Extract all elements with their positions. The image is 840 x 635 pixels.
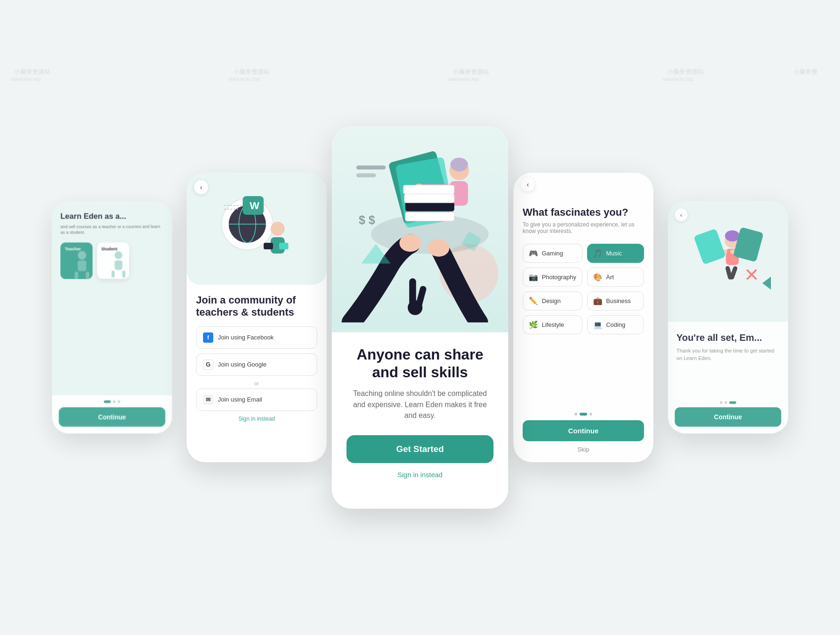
- screen1-dots: [59, 401, 165, 403]
- svg-rect-1: [77, 261, 86, 271]
- skip-link[interactable]: Skip: [523, 446, 644, 453]
- google-join-button[interactable]: G Join using Google: [196, 353, 317, 376]
- svg-point-14: [271, 222, 285, 236]
- svg-point-35: [399, 234, 421, 252]
- dot-1: [720, 401, 723, 404]
- facebook-icon: f: [203, 332, 213, 343]
- art-icon: 🎨: [593, 273, 602, 282]
- screen4-content: What fascinates you? To give you a perso…: [513, 195, 653, 407]
- svg-rect-16: [264, 243, 273, 249]
- photography-icon: 📷: [529, 273, 538, 282]
- student-card[interactable]: Student: [97, 242, 129, 279]
- music-icon: 🎵: [593, 249, 602, 258]
- svg-rect-33: [403, 185, 454, 194]
- screen5-footer: Continue: [668, 398, 788, 433]
- dot-3: [118, 401, 120, 403]
- lifestyle-icon: 🌿: [529, 320, 538, 329]
- screen5-content: You're all set, Em... Thank you for taki…: [668, 322, 788, 398]
- or-divider: or: [196, 381, 317, 386]
- svg-marker-54: [763, 277, 771, 290]
- screen2-content: Join a community of teachers & students …: [187, 285, 327, 462]
- watermark-text-3: 小脑斧资源站: [233, 68, 270, 76]
- screen1-continue-button[interactable]: Continue: [59, 407, 165, 426]
- svg-point-44: [725, 230, 740, 241]
- dot-1: [104, 401, 111, 403]
- community-illustration: W: [210, 182, 303, 275]
- music-label: Music: [606, 250, 622, 257]
- screen-2-join-community: ‹ W Join a: [187, 173, 327, 462]
- svg-rect-50: [693, 228, 726, 265]
- svg-rect-38: [409, 278, 416, 308]
- svg-point-27: [450, 158, 468, 171]
- center-main-illustration: $ $: [332, 127, 498, 323]
- interest-lifestyle[interactable]: 🌿 Lifestyle: [523, 315, 582, 334]
- watermark-text-5: 小脑斧资源站: [453, 68, 489, 76]
- screen1-subtitle: and sell courses as a teacher or e cours…: [61, 224, 164, 236]
- screen2-illustration-area: ‹ W: [187, 173, 327, 285]
- art-label: Art: [606, 274, 614, 281]
- interest-music[interactable]: 🎵 Music: [587, 244, 644, 263]
- svg-rect-31: [406, 202, 455, 211]
- role-cards: Teacher Student: [61, 242, 164, 279]
- screen2-back-button[interactable]: ‹: [194, 180, 208, 194]
- teacher-card[interactable]: Teacher: [61, 242, 93, 279]
- interest-coding[interactable]: 💻 Coding: [587, 315, 644, 334]
- screen5-back-button[interactable]: ‹: [675, 208, 688, 221]
- svg-text:$ $: $ $: [359, 214, 375, 227]
- business-icon: 💼: [593, 296, 602, 305]
- svg-rect-39: [414, 285, 427, 310]
- screen5-subtitle: Thank you for taking the time to get sta…: [677, 347, 780, 362]
- center-subtitle: Teaching online shouldn't be complicated…: [347, 388, 494, 421]
- screen1-title: Learn Eden as a...: [61, 212, 164, 221]
- screen5-dots: [675, 401, 781, 404]
- svg-text:W: W: [250, 200, 259, 212]
- screen4-title: What fascinates you?: [523, 206, 644, 219]
- email-join-button[interactable]: ✉ Join using Email: [196, 388, 317, 411]
- screen5-illustration-area: ‹: [668, 202, 788, 322]
- watermark-text-2: xiaonaofu.top: [10, 76, 41, 82]
- interest-photography[interactable]: 📷 Photography: [523, 268, 582, 287]
- svg-rect-6: [112, 271, 114, 278]
- center-signin-link[interactable]: Sign in instead: [347, 471, 494, 479]
- design-icon: ✏️: [529, 296, 538, 305]
- dot-3: [729, 401, 736, 404]
- svg-point-0: [77, 251, 86, 259]
- coding-icon: 💻: [593, 320, 602, 329]
- dot-2: [580, 413, 587, 416]
- coding-label: Coding: [606, 321, 625, 328]
- screen4-continue-button[interactable]: Continue: [523, 420, 644, 441]
- screen2-signin-link[interactable]: Sign in instead: [196, 416, 317, 422]
- watermark-text-8: xiaonaofu.top: [663, 76, 693, 82]
- screen5-continue-button[interactable]: Continue: [675, 407, 781, 426]
- interest-art[interactable]: 🎨 Art: [587, 268, 644, 287]
- screens-container: Learn Eden as a... and sell courses as a…: [0, 117, 840, 518]
- screen4-subtitle: To give you a personalized experience, l…: [523, 221, 644, 234]
- dot-2: [113, 401, 116, 403]
- svg-rect-7: [122, 271, 125, 278]
- screen4-back-area: ‹: [513, 173, 653, 195]
- svg-point-36: [428, 239, 449, 257]
- screen-4-interests: ‹ What fascinates you? To give you a per…: [513, 173, 653, 462]
- lifestyle-label: Lifestyle: [542, 321, 564, 328]
- screen4-dots: [523, 413, 644, 416]
- watermark-text-1: 小脑斧资源站: [14, 68, 50, 76]
- facebook-join-button[interactable]: f Join using Facebook: [196, 326, 317, 349]
- svg-rect-5: [115, 261, 123, 270]
- watermark-text-4: xiaonaofu.top: [229, 76, 259, 82]
- design-label: Design: [542, 297, 560, 304]
- get-started-button[interactable]: Get Started: [347, 435, 494, 463]
- interest-business[interactable]: 💼 Business: [587, 291, 644, 310]
- svg-rect-32: [404, 194, 454, 203]
- interest-gaming[interactable]: 🎮 Gaming: [523, 244, 582, 263]
- svg-rect-17: [279, 243, 288, 249]
- svg-rect-34: [406, 212, 455, 221]
- email-label: Join using Email: [218, 396, 262, 403]
- watermark-text-9: 小脑斧资: [793, 68, 818, 76]
- svg-rect-22: [357, 173, 376, 177]
- interest-design[interactable]: ✏️ Design: [523, 291, 582, 310]
- screen-3-main: $ $ Anyone can share and sell skills Tea…: [332, 127, 508, 509]
- dot-2: [725, 401, 728, 404]
- screen4-back-button[interactable]: ‹: [521, 177, 535, 191]
- google-label: Join using Google: [218, 361, 266, 368]
- facebook-label: Join using Facebook: [218, 334, 273, 341]
